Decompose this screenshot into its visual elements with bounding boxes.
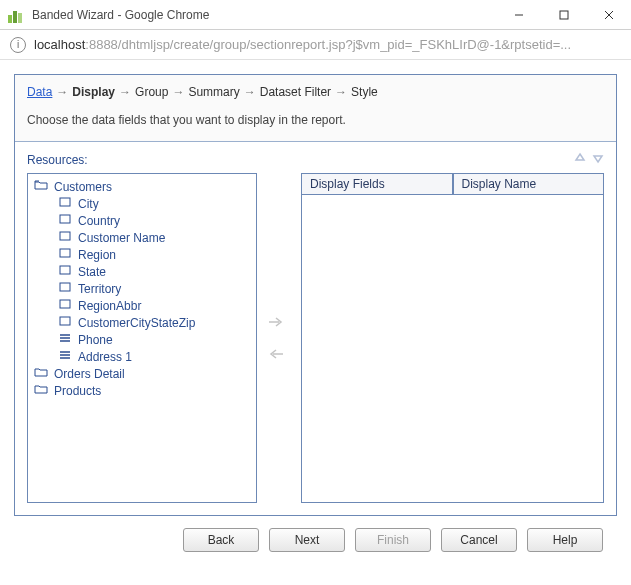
folder-open-icon (34, 179, 48, 194)
breadcrumb-step: Dataset Filter (260, 85, 331, 99)
instruction-text: Choose the data fields that you want to … (15, 107, 616, 141)
resources-label: Resources: (27, 153, 88, 167)
tree-node-label: Products (54, 384, 101, 398)
app-icon (8, 7, 24, 23)
grid-body (302, 195, 603, 502)
tree-leaf[interactable]: Country (30, 212, 254, 229)
svg-rect-1 (560, 11, 568, 19)
text-field-icon (58, 332, 72, 347)
transfer-buttons (265, 173, 293, 503)
grid-col-name[interactable]: Display Name (453, 174, 604, 195)
tree-leaf[interactable]: CustomerCityStateZip (30, 314, 254, 331)
tree-leaf-label: CustomerCityStateZip (78, 316, 195, 330)
add-button[interactable] (265, 313, 287, 331)
tree-node-label: Customers (54, 180, 112, 194)
tree-node[interactable]: Customers (30, 178, 254, 195)
tree-leaf[interactable]: Region (30, 246, 254, 263)
cancel-button[interactable]: Cancel (441, 528, 517, 552)
chevron-right-icon: → (119, 85, 131, 99)
move-up-icon[interactable] (574, 152, 586, 167)
breadcrumb: Data→Display→Group→Summary→Dataset Filte… (15, 75, 616, 107)
field-icon (58, 196, 72, 211)
svg-rect-11 (60, 317, 70, 325)
maximize-button[interactable] (541, 0, 586, 30)
text-field-icon (58, 349, 72, 364)
tree-leaf-label: Customer Name (78, 231, 165, 245)
field-icon (58, 315, 72, 330)
svg-rect-7 (60, 249, 70, 257)
finish-button: Finish (355, 528, 431, 552)
tree-node[interactable]: Orders Detail (30, 365, 254, 382)
field-icon (58, 298, 72, 313)
tree-leaf-label: Territory (78, 282, 121, 296)
folder-icon (34, 366, 48, 381)
tree-leaf[interactable]: Territory (30, 280, 254, 297)
tree-leaf[interactable]: RegionAbbr (30, 297, 254, 314)
next-button[interactable]: Next (269, 528, 345, 552)
breadcrumb-step: Display (72, 85, 115, 99)
tree-leaf-label: Country (78, 214, 120, 228)
field-icon (58, 213, 72, 228)
tree-leaf-label: State (78, 265, 106, 279)
window-title: Banded Wizard - Google Chrome (32, 8, 209, 22)
svg-rect-5 (60, 215, 70, 223)
tree-node-label: Orders Detail (54, 367, 125, 381)
chevron-right-icon: → (56, 85, 68, 99)
svg-rect-4 (60, 198, 70, 206)
wizard-buttons: Back Next Finish Cancel Help (14, 516, 617, 560)
window-titlebar: Banded Wizard - Google Chrome (0, 0, 631, 30)
site-info-icon[interactable]: i (10, 37, 26, 53)
tree-leaf[interactable]: State (30, 263, 254, 280)
back-button[interactable]: Back (183, 528, 259, 552)
field-icon (58, 264, 72, 279)
tree-leaf[interactable]: Address 1 (30, 348, 254, 365)
tree-leaf-label: Region (78, 248, 116, 262)
svg-rect-6 (60, 232, 70, 240)
tree-leaf-label: Phone (78, 333, 113, 347)
folder-icon (34, 383, 48, 398)
field-icon (58, 247, 72, 262)
remove-button[interactable] (265, 345, 287, 363)
breadcrumb-step: Style (351, 85, 378, 99)
reorder-controls (574, 152, 604, 167)
tree-leaf-label: Address 1 (78, 350, 132, 364)
breadcrumb-step[interactable]: Data (27, 85, 52, 99)
help-button[interactable]: Help (527, 528, 603, 552)
minimize-button[interactable] (496, 0, 541, 30)
wizard-panel: Data→Display→Group→Summary→Dataset Filte… (14, 74, 617, 516)
svg-rect-8 (60, 266, 70, 274)
field-icon (58, 281, 72, 296)
window-controls (496, 0, 631, 30)
tree-leaf-label: City (78, 197, 99, 211)
tree-leaf[interactable]: Customer Name (30, 229, 254, 246)
breadcrumb-step: Group (135, 85, 168, 99)
field-icon (58, 230, 72, 245)
move-down-icon[interactable] (592, 152, 604, 167)
tree-leaf[interactable]: City (30, 195, 254, 212)
grid-col-fields[interactable]: Display Fields (302, 174, 453, 195)
tree-leaf[interactable]: Phone (30, 331, 254, 348)
chevron-right-icon: → (335, 85, 347, 99)
svg-rect-9 (60, 283, 70, 291)
tree-leaf-label: RegionAbbr (78, 299, 141, 313)
display-fields-grid[interactable]: Display Fields Display Name (301, 173, 604, 503)
address-bar: i localhost:8888/dhtmljsp/create/group/s… (0, 30, 631, 60)
resources-tree[interactable]: CustomersCityCountryCustomer NameRegionS… (27, 173, 257, 503)
close-button[interactable] (586, 0, 631, 30)
chevron-right-icon: → (172, 85, 184, 99)
tree-node[interactable]: Products (30, 382, 254, 399)
breadcrumb-step: Summary (188, 85, 239, 99)
url-text[interactable]: localhost:8888/dhtmljsp/create/group/sec… (34, 37, 571, 52)
svg-rect-10 (60, 300, 70, 308)
chevron-right-icon: → (244, 85, 256, 99)
